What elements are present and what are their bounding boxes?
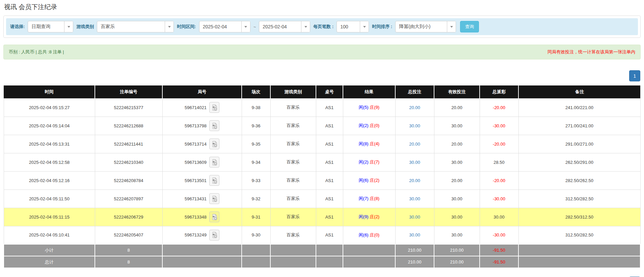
game-category-cell: 百家乐 [270, 98, 316, 117]
payout-cell: -20.00 [480, 135, 518, 153]
result-cell: 闲(5) 庄(9) [343, 98, 395, 117]
banker-result: 庄(0) [370, 123, 379, 128]
remark-cell: 271.00/241.00 [518, 117, 640, 135]
total-bet-link[interactable]: 20.00 [409, 105, 420, 110]
player-result: 闲(9) [359, 214, 369, 219]
summary-count-cell: 8 [95, 244, 162, 256]
date-from-select[interactable]: 2025-02-04 [199, 21, 250, 32]
summary-valid-bet-cell: 210.00 [434, 244, 480, 256]
page-size-label: 每页笔数 : [313, 24, 333, 30]
round-id-cell: 596714021 [162, 98, 242, 117]
chevron-down-icon[interactable] [165, 21, 173, 32]
table-number-cell: AS1 [316, 226, 343, 244]
banker-result: 庄(0) [370, 232, 379, 237]
video-replay-button[interactable] [209, 138, 219, 149]
remark-cell: 282.50/262.50 [518, 171, 640, 190]
remark-cell: 312.50/282.50 [518, 190, 640, 208]
valid-bet-cell: 30.00 [434, 190, 480, 208]
total-bet-cell: 30.00 [395, 117, 434, 135]
game-category-cell: 百家乐 [270, 171, 316, 190]
round-id-value: 596713609 [185, 160, 207, 165]
game-category-value: 百家乐 [97, 21, 165, 32]
session-cell: 9-30 [242, 226, 270, 244]
bet-id-cell: 522246208784 [95, 171, 162, 190]
player-result: 闲(6) [359, 232, 369, 237]
result-cell: 闲(8) 庄(4) [343, 135, 395, 153]
summary-total-bet-cell: 210.00 [395, 256, 434, 268]
video-replay-button[interactable] [209, 193, 219, 204]
summary-payout-cell: -91.50 [480, 256, 518, 268]
total-bet-link[interactable]: 30.00 [409, 160, 420, 165]
sort-select[interactable]: 降冪(由大到小) [395, 21, 456, 32]
chevron-down-icon[interactable] [301, 21, 310, 32]
time-cell: 2025-02-04 05:13:31 [4, 135, 95, 153]
total-bet-link[interactable]: 20.00 [409, 178, 420, 183]
round-id-cell: 596713714 [162, 135, 242, 153]
payout-cell: 28.50 [480, 153, 518, 171]
summary-valid-bet-cell: 210.00 [434, 256, 480, 268]
round-id-cell: 596713798 [162, 117, 242, 135]
video-replay-button[interactable] [209, 120, 219, 131]
date-to-select[interactable]: 2025-02-04 [259, 21, 310, 32]
chevron-down-icon[interactable] [241, 21, 250, 32]
payout-cell: -30.00 [480, 226, 518, 244]
column-header: 时间 [4, 85, 95, 98]
video-replay-button[interactable] [209, 211, 219, 222]
total-bet-link[interactable]: 20.00 [409, 142, 420, 147]
player-result: 闲(8) [359, 141, 369, 146]
empty-cell [518, 256, 640, 268]
film-document-icon [212, 141, 217, 147]
round-id-cell: 596713348 [162, 208, 242, 226]
time-cell: 2025-02-04 05:12:16 [4, 171, 95, 190]
empty-cell [162, 256, 242, 268]
total-bet-link[interactable]: 30.00 [409, 232, 420, 237]
banker-result: 庄(4) [370, 141, 379, 146]
summary-total-bet-cell: 210.00 [395, 244, 434, 256]
total-bet-link[interactable]: 30.00 [409, 215, 420, 220]
chevron-down-icon[interactable] [64, 21, 73, 32]
valid-bet-cell: 30.00 [434, 208, 480, 226]
total-bet-cell: 20.00 [395, 171, 434, 190]
film-document-icon [212, 104, 217, 111]
table-row: 2025-02-04 05:15:27 522246215377 5967140… [4, 98, 640, 117]
betting-records-table: 时间注单编号局号场次游戏类别桌号结果总投注有效投注总派彩备注 2025-02-0… [3, 85, 641, 268]
column-header: 结果 [343, 85, 395, 98]
table-row: 2025-02-04 05:12:16 522246208784 5967135… [4, 171, 640, 190]
banker-result: 庄(7) [370, 159, 379, 165]
session-cell: 9-35 [242, 135, 270, 153]
video-replay-button[interactable] [209, 230, 219, 241]
bet-id-cell: 522246207897 [95, 190, 162, 208]
column-header: 总派彩 [480, 85, 518, 98]
query-type-select[interactable]: 日期查询 [28, 21, 73, 32]
payout-cell: 30.00 [480, 208, 518, 226]
session-cell: 9-38 [242, 98, 270, 117]
total-bet-link[interactable]: 30.00 [409, 196, 420, 201]
result-cell: 闲(7) 庄(8) [343, 190, 395, 208]
chevron-down-icon[interactable] [360, 21, 369, 32]
video-replay-button[interactable] [209, 157, 219, 168]
query-type-value: 日期查询 [28, 21, 64, 32]
result-cell: 闲(2) 庄(0) [343, 117, 395, 135]
payout-cell: -30.00 [480, 190, 518, 208]
column-header: 游戏类别 [270, 85, 316, 98]
video-replay-button[interactable] [209, 175, 219, 186]
table-number-cell: AS1 [316, 190, 343, 208]
game-category-select[interactable]: 百家乐 [97, 21, 174, 32]
empty-cell [242, 256, 270, 268]
page-size-select[interactable]: 100 [337, 21, 369, 32]
betting-records-table-wrap: 时间注单编号局号场次游戏类别桌号结果总投注有效投注总派彩备注 2025-02-0… [3, 85, 641, 268]
table-row: 2025-02-04 05:12:58 522246210340 5967136… [4, 153, 640, 171]
game-category-cell: 百家乐 [270, 135, 316, 153]
round-id-value: 596713501 [185, 178, 207, 183]
total-bet-link[interactable]: 30.00 [409, 123, 420, 128]
film-document-icon [212, 159, 217, 166]
video-replay-button[interactable] [209, 102, 219, 113]
rule-note-text: 同局有效投注，统一计算在该局第一张注单内 [547, 49, 635, 55]
round-id-cell: 596713501 [162, 171, 242, 190]
page-button[interactable]: 1 [629, 70, 640, 81]
table-number-cell: AS1 [316, 153, 343, 171]
chevron-down-icon[interactable] [447, 21, 456, 32]
search-button[interactable]: 查询 [460, 21, 479, 32]
bet-id-cell: 522246212688 [95, 117, 162, 135]
date-from-value: 2025-02-04 [199, 21, 241, 32]
